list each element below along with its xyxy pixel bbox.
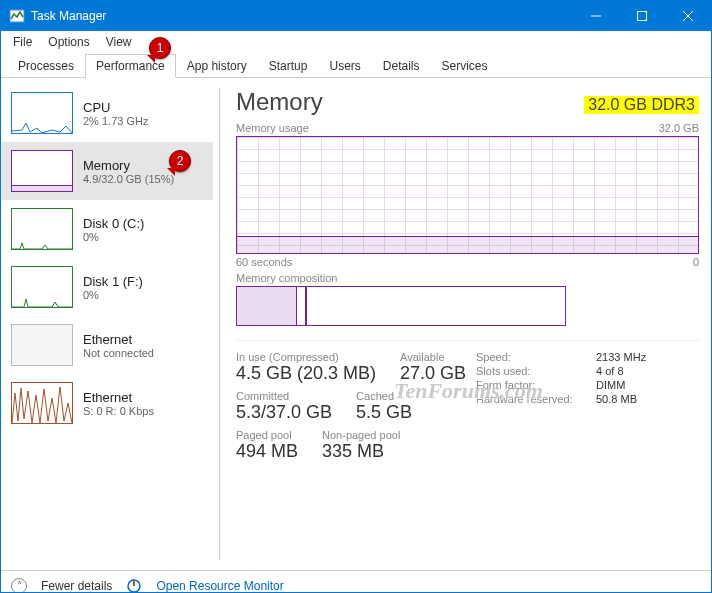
sidebar-item-memory[interactable]: Memory4.9/32.0 GB (15%) 2 — [1, 142, 213, 200]
axis-right: 0 — [693, 256, 699, 268]
speed-value: 2133 MHz — [596, 351, 646, 363]
callout-2: 2 — [169, 150, 191, 172]
axis-left: 60 seconds — [236, 256, 292, 268]
sidebar-sub: Not connected — [83, 347, 154, 359]
chart-max: 32.0 GB — [659, 122, 699, 134]
minimize-button[interactable] — [573, 1, 619, 31]
nonpaged-label: Non-paged pool — [322, 429, 400, 441]
form-key: Form factor: — [476, 379, 596, 391]
tab-services[interactable]: Services — [431, 54, 499, 78]
composition-label: Memory composition — [236, 272, 699, 284]
slots-key: Slots used: — [476, 365, 596, 377]
sidebar-sub: 2% 1.73 GHz — [83, 115, 148, 127]
disk-thumb-icon — [11, 266, 73, 308]
committed-value: 5.3/37.0 GB — [236, 402, 332, 423]
sidebar-label: Disk 0 (C:) — [83, 216, 144, 231]
memory-usage-chart[interactable] — [236, 136, 699, 254]
menu-view[interactable]: View — [98, 33, 140, 51]
sidebar-item-cpu[interactable]: CPU2% 1.73 GHz — [1, 84, 213, 142]
sidebar-item-ethernet-2[interactable]: EthernetS: 0 R: 0 Kbps — [1, 374, 213, 432]
bottombar: ˄ Fewer details Open Resource Monitor — [1, 570, 711, 593]
memory-thumb-icon — [11, 150, 73, 192]
cpu-thumb-icon — [11, 92, 73, 134]
page-title: Memory — [236, 88, 584, 116]
paged-value: 494 MB — [236, 441, 298, 462]
tab-app-history[interactable]: App history — [176, 54, 258, 78]
tab-startup[interactable]: Startup — [258, 54, 319, 78]
menu-file[interactable]: File — [5, 33, 40, 51]
resmon-icon — [126, 578, 142, 594]
tab-details[interactable]: Details — [372, 54, 431, 78]
disk-thumb-icon — [11, 208, 73, 250]
titlebar: Task Manager — [1, 1, 711, 31]
sidebar-label: Memory — [83, 158, 174, 173]
memory-composition-chart[interactable] — [236, 286, 566, 326]
close-button[interactable] — [665, 1, 711, 31]
ethernet-thumb-icon — [11, 382, 73, 424]
sidebar-sub: 0% — [83, 231, 144, 243]
slots-value: 4 of 8 — [596, 365, 624, 377]
tab-users[interactable]: Users — [318, 54, 371, 78]
svg-rect-2 — [638, 12, 647, 21]
chart-label: Memory usage — [236, 122, 309, 134]
committed-label: Committed — [236, 390, 332, 402]
sidebar: CPU2% 1.73 GHz Memory4.9/32.0 GB (15%) 2… — [1, 78, 213, 570]
window-title: Task Manager — [31, 9, 573, 23]
sidebar-sub: 4.9/32.0 GB (15%) — [83, 173, 174, 185]
tab-processes[interactable]: Processes — [7, 54, 85, 78]
divider — [219, 88, 220, 560]
sidebar-sub: 0% — [83, 289, 143, 301]
fewer-details-link[interactable]: Fewer details — [41, 579, 112, 593]
chevron-up-icon[interactable]: ˄ — [11, 578, 27, 594]
sidebar-label: Ethernet — [83, 390, 154, 405]
open-resource-monitor-link[interactable]: Open Resource Monitor — [156, 579, 283, 593]
main-panel: Memory 32.0 GB DDR3 Memory usage 32.0 GB… — [226, 78, 711, 570]
cached-value: 5.5 GB — [356, 402, 412, 423]
sidebar-label: Ethernet — [83, 332, 154, 347]
app-icon — [9, 8, 25, 24]
callout-1: 1 — [149, 37, 171, 59]
memory-capacity: 32.0 GB DDR3 — [584, 96, 699, 114]
sidebar-item-ethernet-1[interactable]: EthernetNot connected — [1, 316, 213, 374]
sidebar-label: CPU — [83, 100, 148, 115]
tabstrip: Processes Performance App history Startu… — [1, 53, 711, 78]
speed-key: Speed: — [476, 351, 596, 363]
menubar: File Options View — [1, 31, 711, 53]
form-value: DIMM — [596, 379, 625, 391]
hw-value: 50.8 MB — [596, 393, 637, 405]
sidebar-label: Disk 1 (F:) — [83, 274, 143, 289]
sidebar-item-disk0[interactable]: Disk 0 (C:)0% — [1, 200, 213, 258]
available-label: Available — [400, 351, 466, 363]
maximize-button[interactable] — [619, 1, 665, 31]
inuse-value: 4.5 GB (20.3 MB) — [236, 363, 376, 384]
cached-label: Cached — [356, 390, 412, 402]
nonpaged-value: 335 MB — [322, 441, 400, 462]
available-value: 27.0 GB — [400, 363, 466, 384]
sidebar-sub: S: 0 R: 0 Kbps — [83, 405, 154, 417]
inuse-label: In use (Compressed) — [236, 351, 376, 363]
ethernet-thumb-icon — [11, 324, 73, 366]
sidebar-item-disk1[interactable]: Disk 1 (F:)0% — [1, 258, 213, 316]
paged-label: Paged pool — [236, 429, 298, 441]
hw-key: Hardware reserved: — [476, 393, 596, 405]
menu-options[interactable]: Options — [40, 33, 97, 51]
